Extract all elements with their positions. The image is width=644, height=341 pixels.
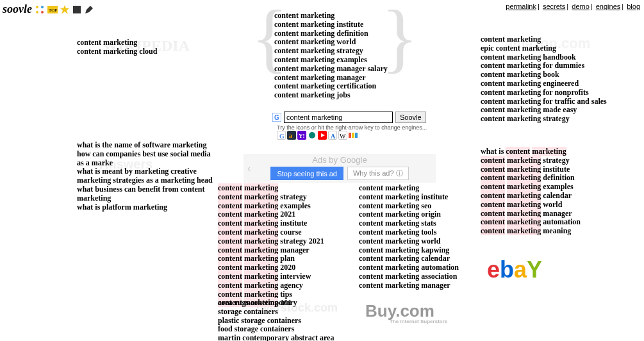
ad-back-icon[interactable]: ‹ [247,163,251,174]
suggestion-item[interactable]: content marketing definition [274,29,396,38]
suggestion-item[interactable]: content marketing world [481,201,615,210]
pencil-icon[interactable] [84,4,94,15]
engine-yahoo-icon[interactable]: Y! [297,131,306,140]
suggestion-item[interactable]: content marketing strategy [274,47,396,56]
suggestion-item[interactable]: content marketing world [274,38,396,47]
suggestion-item[interactable]: content marketing examples [218,202,346,211]
suggestion-item[interactable]: what business can benefit from content m… [77,185,218,203]
suggestion-item[interactable]: epic content marketing [481,44,615,53]
search-input[interactable] [284,112,393,123]
suggestion-item[interactable]: content marketing examples [481,183,615,192]
top-icon[interactable]: TOP [47,4,58,15]
ad-box: ‹ Ads by Google Stop seeing this ad Why … [244,154,436,183]
suggestion-item[interactable]: what is the name of software marketing [77,141,218,150]
suggestion-item[interactable]: content marketing 2021 [218,210,346,219]
suggestion-item[interactable]: what is platform marketing [77,203,218,212]
suggestion-item[interactable]: how can companies best use social media … [77,150,218,168]
suggestion-item[interactable]: content marketing cloud [77,47,218,56]
suggestion-item[interactable]: content marketing manager [481,210,615,219]
soovle-button[interactable]: Soovle [395,112,426,123]
suggestion-item[interactable]: plastic storage containers [218,317,346,326]
engine-answers-icon[interactable]: A [328,131,337,140]
logo-text[interactable]: soovle [3,3,32,16]
nav-links: permalink| secrets| demo| engines| blog [506,3,640,10]
suggestion-item[interactable]: content marketing for traffic and sales [481,97,615,106]
suggestion-item[interactable]: content marketing made easy [481,106,615,115]
suggestion-item[interactable]: content marketing institute [218,219,346,228]
suggestion-item[interactable]: content marketing manager salary [274,65,396,74]
suggestion-item[interactable]: content marketing strategy [481,156,615,165]
suggestion-item[interactable]: what is meant by marketing creative [77,167,218,176]
suggestion-item[interactable]: content marketing for nonprofits [481,88,615,97]
svg-marker-14 [321,133,325,137]
suggestion-item[interactable]: content marketing meaning [481,227,615,236]
suggestion-item[interactable]: content marketing book [481,71,615,79]
suggestion-item[interactable]: content marketing [274,12,396,21]
suggestion-item[interactable]: content marketing stats [359,219,487,228]
suggestion-item[interactable]: marketing strategies as a marketing head [77,176,218,185]
suggestion-item[interactable]: content marketing institute [481,165,615,174]
suggestion-item[interactable]: content marketing institute [359,193,487,202]
suggestion-item[interactable]: content marketing course [218,228,346,237]
suggestion-item[interactable]: content marketing engineered [481,79,615,88]
nav-permalink[interactable]: permalink [506,3,536,10]
engine-youtube-icon[interactable] [318,131,327,140]
svg-text:W: W [340,133,346,139]
svg-point-2 [36,11,38,13]
suggestion-item[interactable]: content marketing manager [274,74,396,83]
nav-blog[interactable]: blog [627,3,640,10]
suggestion-item[interactable]: content marketing agency [218,281,346,290]
suggestion-item[interactable]: content marketing strategy [481,115,615,124]
suggestion-item[interactable]: content marketing calendar [359,254,487,263]
suggestion-item[interactable]: area rugs contemporary [218,299,346,308]
nav-demo[interactable]: demo [572,3,590,10]
why-this-ad-button[interactable]: Why this ad? ⓘ [347,167,409,180]
engine-wikipedia-icon[interactable]: W [338,131,347,140]
suggestion-item[interactable]: content marketing definition [481,174,615,183]
nav-secrets[interactable]: secrets [543,3,565,10]
star-icon[interactable] [60,4,70,15]
suggestion-item[interactable]: content marketing strategy [218,193,346,202]
suggestion-item[interactable]: content marketing handbook [481,53,615,62]
svg-text:G: G [279,133,285,139]
suggestion-item[interactable]: content marketing [77,38,218,47]
svg-text:Y!: Y! [299,133,305,139]
suggestion-item[interactable]: content marketing jobs [274,91,396,100]
suggestion-item[interactable]: content marketing automation [481,218,615,227]
nav-engines[interactable]: engines [596,3,621,10]
suggestion-item[interactable]: content marketing kapwing [359,246,487,255]
suggestion-item[interactable]: content marketing [218,184,346,193]
suggestion-item[interactable]: content marketing manager [359,281,487,290]
suggestion-item[interactable]: content marketing [481,35,615,44]
suggestion-item[interactable]: content marketing examples [274,56,396,65]
engine-overstock-icon[interactable] [349,131,358,140]
suggestion-item[interactable]: content marketing automation [359,263,487,272]
suggestion-item[interactable]: content marketing tools [359,228,487,237]
suggestion-item[interactable]: food storage containers [218,325,346,334]
suggestion-item[interactable]: storage containers [218,308,346,317]
book-icon[interactable] [72,4,82,15]
suggestion-item[interactable]: content marketing institute [274,21,396,29]
suggestion-item[interactable]: content marketing origin [359,210,487,219]
suggestion-item[interactable]: content marketing manager [218,246,346,255]
engine-google-icon[interactable]: G [277,131,286,140]
suggestion-item[interactable]: what is content marketing [481,147,615,156]
engine-bing-icon[interactable] [308,131,317,140]
suggestion-item[interactable]: content marketing 2020 [218,263,346,272]
suggestion-item[interactable]: content marketing for dummies [481,62,615,71]
suggestion-item[interactable]: content marketing interview [218,272,346,281]
suggestion-item[interactable]: content marketing world [359,237,487,246]
svg-point-1 [41,6,44,8]
suggestion-item[interactable]: martin contemporary abstract area rug [218,334,346,341]
logo-dots-icon [35,4,45,15]
suggestions-ebay: what is content marketingcontent marketi… [481,147,615,236]
suggestion-item[interactable]: content marketing strategy 2021 [218,237,346,246]
suggestion-item[interactable]: content marketing calendar [481,192,615,201]
suggestion-item[interactable]: content marketing association [359,272,487,281]
suggestion-item[interactable]: content marketing seo [359,202,487,211]
suggestion-item[interactable]: content marketing [359,184,487,193]
engine-amazon-icon[interactable]: a [287,131,296,140]
suggestion-item[interactable]: content marketing certification [274,82,396,91]
suggestion-item[interactable]: content marketing plan [218,254,346,263]
stop-seeing-ad-button[interactable]: Stop seeing this ad [270,167,343,180]
